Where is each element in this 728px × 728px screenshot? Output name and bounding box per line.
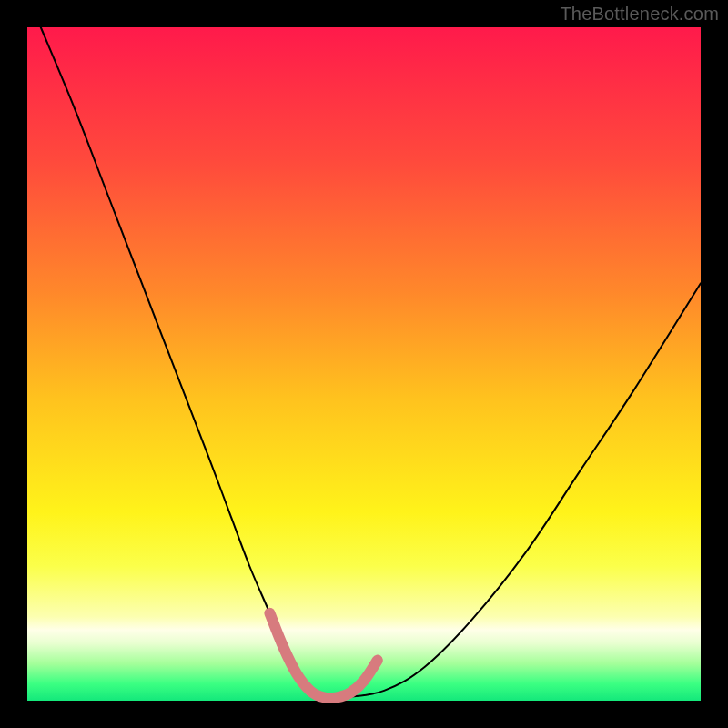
chart-stage: TheBottleneck.com bbox=[0, 0, 728, 728]
plot-background bbox=[27, 27, 701, 701]
watermark-text: TheBottleneck.com bbox=[560, 4, 719, 25]
bottleneck-chart bbox=[0, 0, 728, 728]
